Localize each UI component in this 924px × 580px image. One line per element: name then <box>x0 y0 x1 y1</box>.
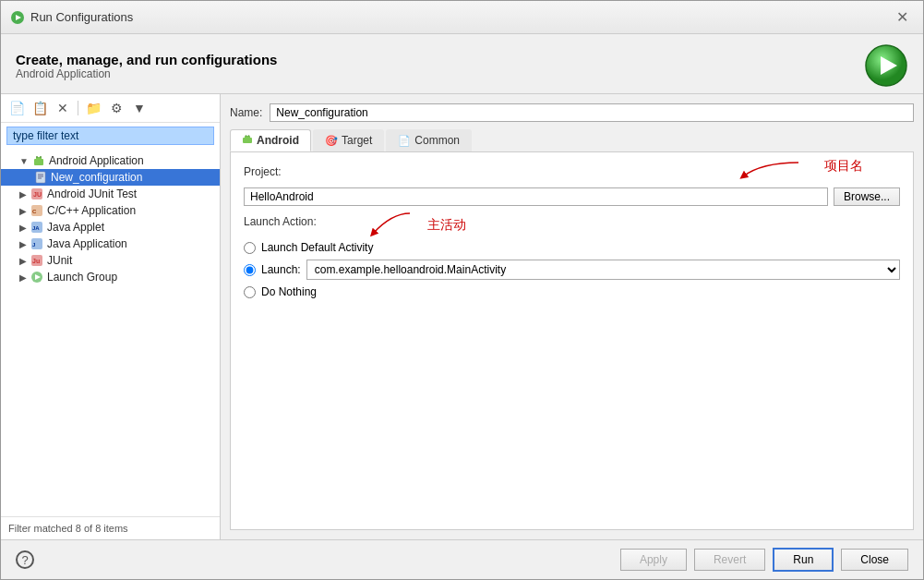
svg-rect-25 <box>245 136 250 139</box>
svg-text:J: J <box>32 242 35 248</box>
radio-do-nothing-label: Do Nothing <box>261 285 317 298</box>
project-arrow <box>734 158 808 186</box>
tab-common-label: Common <box>414 134 460 147</box>
filter-status: Filter matched 8 of 8 items <box>8 523 128 534</box>
config-tree: ▼ Android Application <box>1 149 220 516</box>
expand-arrow-java-app: ▶ <box>19 239 27 249</box>
revert-button[interactable]: Revert <box>694 549 765 571</box>
tree-item-java-applet[interactable]: ▶ JA Java Applet <box>1 219 220 236</box>
java-applet-icon: JA <box>30 221 43 234</box>
tab-target[interactable]: 🎯 Target <box>313 129 384 151</box>
expand-arrow-junit: ▶ <box>19 189 27 199</box>
run-button[interactable]: Run <box>773 548 834 572</box>
tree-item-android-junit[interactable]: ▶ JU Android JUnit Test <box>1 186 220 202</box>
target-tab-icon: 🎯 <box>325 135 338 147</box>
svg-rect-8 <box>36 172 45 183</box>
tree-item-java-app[interactable]: ▶ J Java Application <box>1 236 220 252</box>
launch-activity-select[interactable]: com.example.helloandroid.MainActivity <box>306 260 900 280</box>
common-tab-icon: 📄 <box>398 135 411 147</box>
left-panel: 📄 📋 ✕ 📁 ⚙ ▼ ▼ <box>1 94 221 539</box>
expand-arrow-junit2: ▶ <box>19 256 27 266</box>
tree-item-new-config[interactable]: New_configuration <box>1 169 220 186</box>
dialog-subtitle: Android Application <box>16 67 277 80</box>
left-panel-footer: Filter matched 8 of 8 items <box>1 516 220 539</box>
launch-group-label: Launch Group <box>47 271 117 284</box>
expand-arrow-applet: ▶ <box>19 223 27 233</box>
radio-launch-row[interactable]: Launch: com.example.helloandroid.MainAct… <box>244 260 900 280</box>
radio-do-nothing[interactable]: Do Nothing <box>244 285 900 298</box>
tree-item-android-app-group[interactable]: ▼ Android Application <box>1 152 220 169</box>
radio-group: Launch Default Activity Launch: com.exam… <box>244 241 900 298</box>
close-button[interactable]: Close <box>841 549 908 571</box>
junit-label: JUnit <box>47 254 72 267</box>
android-app-group-label: Android Application <box>49 154 144 167</box>
name-input[interactable] <box>270 103 914 122</box>
run-configurations-dialog: Run Configurations ✕ Create, manage, and… <box>0 0 924 580</box>
header-section: Create, manage, and run configurations A… <box>1 34 923 93</box>
header-left: Create, manage, and run configurations A… <box>16 52 277 80</box>
run-button-icon <box>864 43 908 88</box>
radio-do-nothing-input[interactable] <box>244 286 256 298</box>
filter-input[interactable] <box>6 127 214 145</box>
dialog-title: Create, manage, and run configurations <box>16 52 277 67</box>
java-app-label: Java Application <box>47 237 127 250</box>
java-applet-label: Java Applet <box>47 221 104 234</box>
left-toolbar: 📄 📋 ✕ 📁 ⚙ ▼ <box>1 94 220 123</box>
svg-text:Ju: Ju <box>32 258 40 264</box>
tab-android[interactable]: Android <box>230 129 311 151</box>
java-app-icon: J <box>30 237 43 250</box>
apply-button[interactable]: Apply <box>620 549 687 571</box>
bottom-bar: ? Apply Revert Run Close <box>1 539 923 579</box>
android-tab-icon <box>242 134 253 147</box>
duplicate-button[interactable]: 📋 <box>30 98 50 118</box>
android-junit-icon: JU <box>30 187 43 200</box>
junit-icon: Ju <box>30 254 43 267</box>
expand-arrow-cpp: ▶ <box>19 206 27 216</box>
project-label: Project: <box>244 165 299 178</box>
svg-text:JU: JU <box>33 191 42 198</box>
dropdown-button[interactable]: ▼ <box>129 98 150 118</box>
help-button[interactable]: ? <box>16 550 34 569</box>
launch-action-annotation: 主活动 <box>427 217 466 234</box>
radio-launch-default[interactable]: Launch Default Activity <box>244 241 900 254</box>
android-group-icon <box>32 154 45 167</box>
new-config-button[interactable]: 📄 <box>6 98 27 118</box>
tab-android-label: Android <box>257 134 299 147</box>
radio-launch[interactable] <box>244 264 256 276</box>
launch-group-icon <box>30 271 43 284</box>
toolbar-separator <box>78 101 78 115</box>
radio-launch-label: Launch: <box>261 263 301 276</box>
svg-point-27 <box>248 135 250 137</box>
tree-item-launch-group[interactable]: ▶ Launch Group <box>1 269 220 285</box>
browse-button[interactable]: Browse... <box>834 187 900 206</box>
close-window-button[interactable]: ✕ <box>891 6 914 28</box>
cpp-icon: C <box>30 204 43 217</box>
tabs: Android 🎯 Target 📄 Common <box>230 129 914 152</box>
filter-button[interactable]: 📁 <box>83 98 103 118</box>
expand-arrow-launch: ▶ <box>19 272 27 283</box>
android-junit-label: Android JUnit Test <box>47 187 137 200</box>
expand-arrow: ▼ <box>19 156 29 166</box>
svg-point-26 <box>246 135 247 137</box>
android-tab-content: Project: 项目名 <box>230 152 914 530</box>
title-bar-left: Run Configurations <box>10 10 133 25</box>
delete-button[interactable]: ✕ <box>53 98 73 118</box>
settings-button[interactable]: ⚙ <box>106 98 126 118</box>
tree-item-cpp[interactable]: ▶ C C/C++ Application <box>1 202 220 219</box>
svg-point-6 <box>36 156 38 158</box>
main-content: 📄 📋 ✕ 📁 ⚙ ▼ ▼ <box>1 93 923 539</box>
right-panel: Name: Android <box>221 94 923 539</box>
tab-target-label: Target <box>342 134 372 147</box>
tab-common[interactable]: 📄 Common <box>386 129 472 151</box>
cpp-label: C/C++ Application <box>47 204 136 217</box>
window-title: Run Configurations <box>30 10 133 24</box>
tree-item-junit[interactable]: ▶ Ju JUnit <box>1 252 220 269</box>
project-annotation: 项目名 <box>824 158 863 175</box>
project-input[interactable] <box>244 187 828 206</box>
svg-text:JA: JA <box>32 225 40 231</box>
svg-text:C: C <box>32 209 37 214</box>
radio-default-activity[interactable] <box>244 242 256 254</box>
name-row: Name: <box>230 103 914 122</box>
new-config-icon <box>34 171 47 184</box>
new-config-label: New_configuration <box>51 171 142 184</box>
